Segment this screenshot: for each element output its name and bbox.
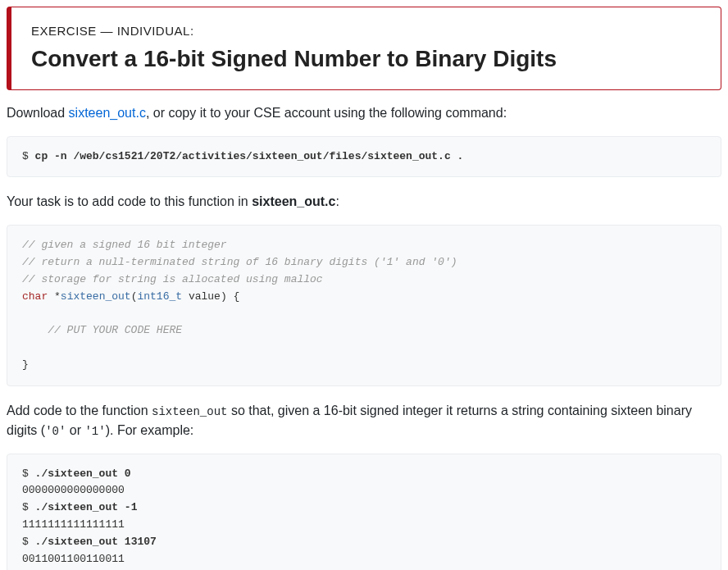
- function-snippet: // given a signed 16 bit integer // retu…: [7, 225, 721, 385]
- cp-command: cp -n /web/cs1521/20T2/activities/sixtee…: [35, 150, 464, 162]
- task-prefix: Your task is to add code to this functio…: [7, 194, 252, 208]
- task-suffix: :: [335, 194, 339, 208]
- shell-prompt: $: [22, 536, 35, 548]
- task-paragraph: Your task is to add code to this functio…: [7, 192, 721, 212]
- intro-prefix: Download: [7, 106, 69, 120]
- arg-rest: value) {: [182, 290, 239, 303]
- example-output: 0011001100110011: [22, 553, 125, 565]
- description-paragraph: Add code to the function sixteen_out so …: [7, 401, 721, 440]
- comment-line: // given a signed 16 bit integer: [22, 239, 227, 251]
- example-output: 0000000000000000: [22, 484, 125, 496]
- exercise-subtitle: EXERCISE — INDIVIDUAL:: [31, 22, 701, 41]
- todo-comment: // PUT YOUR CODE HERE: [22, 324, 182, 336]
- task-filename: sixteen_out.c: [252, 194, 335, 208]
- exercise-title: Convert a 16-bit Signed Number to Binary…: [31, 44, 701, 73]
- literal-zero: '0': [45, 425, 66, 438]
- intro-paragraph: Download sixteen_out.c, or copy it to yo…: [7, 103, 721, 123]
- example-cmd: ./sixteen_out 0: [35, 467, 131, 480]
- example-cmd: ./sixteen_out 13107: [35, 536, 157, 548]
- literal-one: '1': [84, 425, 105, 438]
- shell-prompt: $: [22, 150, 35, 162]
- download-link[interactable]: sixteen_out.c: [69, 106, 146, 120]
- desc-text: ). For example:: [106, 423, 194, 437]
- intro-suffix: , or copy it to your CSE account using t…: [146, 106, 507, 120]
- function-name: sixteen_out: [61, 290, 131, 303]
- page-content: EXERCISE — INDIVIDUAL: Convert a 16-bit …: [7, 7, 721, 570]
- comment-line: // storage for string is allocated using…: [22, 273, 323, 285]
- exercise-header: EXERCISE — INDIVIDUAL: Convert a 16-bit …: [7, 7, 721, 90]
- desc-text: or: [66, 423, 84, 437]
- shell-prompt: $: [22, 467, 35, 480]
- comment-line: // return a null-terminated string of 16…: [22, 256, 457, 268]
- desc-text: Add code to the function: [7, 404, 152, 417]
- star: *: [48, 290, 61, 303]
- close-brace: }: [22, 358, 29, 371]
- fn-inline: sixteen_out: [152, 405, 227, 418]
- shell-prompt: $: [22, 501, 35, 513]
- example-output: 1111111111111111: [22, 518, 125, 531]
- type: int16_t: [137, 290, 182, 303]
- examples-block: $ ./sixteen_out 0 0000000000000000 $ ./s…: [7, 454, 721, 570]
- cp-command-block: $ cp -n /web/cs1521/20T2/activities/sixt…: [7, 136, 721, 178]
- keyword: char: [22, 290, 48, 303]
- example-cmd: ./sixteen_out -1: [35, 501, 138, 513]
